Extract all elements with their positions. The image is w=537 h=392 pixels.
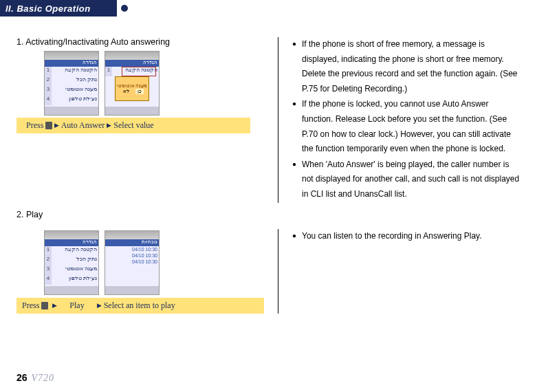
menu-key-icon xyxy=(41,302,48,309)
section1-left: 1. Activating/Inactivating Auto answerin… xyxy=(17,37,264,203)
phone-title-bar: נוכחיות xyxy=(105,239,159,246)
phone-mockup: הגדרה 1הקטנה הקצה מענה אוטומטי לא כן xyxy=(105,51,160,116)
section2-left: הגדרה 1הקטנה הקצה 2נתק הכל 3מענה אוטומטי… xyxy=(17,229,264,314)
arrow-icon: ▶ xyxy=(52,302,57,309)
phone-mockup: הגדרה 1הקטנה הקצה 2נתק הכל 3מענה אוטומטי… xyxy=(44,230,99,295)
instruction-strip-2: Press ▶ Play ▶ Select an item to play xyxy=(17,298,264,314)
step-2: Select value xyxy=(113,120,153,130)
header-title: II. Basic Operation xyxy=(6,3,91,14)
phone-title-bar: הגדרה xyxy=(45,239,98,246)
option-no: לא xyxy=(121,89,131,94)
bullet-item: If the phone is locked, you cannot use A… xyxy=(292,97,520,156)
highlight-selection xyxy=(122,67,156,76)
recording-date: 04/10 10:30 xyxy=(105,246,159,252)
option-yes: כן xyxy=(135,89,144,94)
recording-date: 04/10 10:30 xyxy=(105,252,159,259)
arrow-icon: ▶ xyxy=(54,122,59,129)
section2-title: 2. Play xyxy=(17,210,520,219)
bullet-item: When 'Auto Answer' is being played, the … xyxy=(292,157,520,202)
step-1: Play xyxy=(69,301,84,310)
instruction-strip-1: Press ▶ Auto Answer ▶ Select value xyxy=(17,118,250,133)
page-footer: 26 V720 xyxy=(17,372,54,384)
phone-screenshots-1: הגדרה 1הקטנה הקצה 2נתק הכל 3מענה אוטומטי… xyxy=(17,51,264,116)
recording-date: 04/10 10:30 xyxy=(105,259,159,265)
menu-key-icon xyxy=(45,122,52,129)
phone-title-bar: הגדרה xyxy=(105,60,159,67)
phone-mockup: נוכחיות 04/10 10:30 04/10 10:30 04/10 10… xyxy=(105,230,160,295)
popup-dialog: מענה אוטומטי לא כן xyxy=(115,76,149,101)
page-number: 26 xyxy=(17,372,28,383)
bullet-item: If the phone is short of free memory, a … xyxy=(292,37,520,96)
header-dot-icon xyxy=(121,5,128,12)
model-label: V720 xyxy=(31,373,54,383)
press-label: Press xyxy=(26,120,43,130)
bullet-list-2: You can listen to the recording in Answe… xyxy=(292,229,520,244)
section-header: II. Basic Operation xyxy=(0,0,117,17)
step-2: Select an item to play xyxy=(104,301,175,310)
section1-title: 1. Activating/Inactivating Auto answerin… xyxy=(17,37,264,47)
step-1: Auto Answer xyxy=(61,120,105,130)
bullet-list-1: If the phone is short of free memory, a … xyxy=(292,37,520,202)
phone-title-bar: הגדרה xyxy=(45,60,98,67)
phone-mockup: הגדרה 1הקטנה הקצה 2נתק הכל 3מענה אוטומטי… xyxy=(44,51,99,116)
phone-screenshots-2: הגדרה 1הקטנה הקצה 2נתק הכל 3מענה אוטומטי… xyxy=(17,230,264,295)
arrow-icon: ▶ xyxy=(107,122,111,129)
section1-right: If the phone is short of free memory, a … xyxy=(278,37,520,203)
header: II. Basic Operation xyxy=(0,0,537,17)
section2-right: You can listen to the recording in Answe… xyxy=(278,229,520,314)
bullet-item: You can listen to the recording in Answe… xyxy=(292,229,520,244)
press-label: Press xyxy=(22,301,39,310)
arrow-icon: ▶ xyxy=(97,302,102,309)
